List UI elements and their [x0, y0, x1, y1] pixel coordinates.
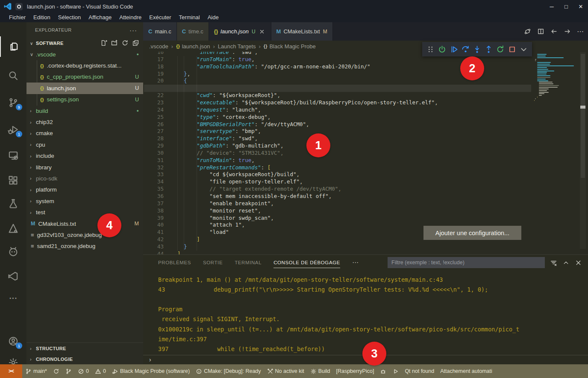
activity-source-control[interactable]: 9: [0, 92, 26, 113]
debug-step-over-button[interactable]: [460, 43, 471, 55]
tree-item-pico-sdk[interactable]: ›pico-sdk: [26, 173, 143, 184]
section-structure[interactable]: › STRUCTURE: [26, 343, 143, 354]
tree-item-library[interactable]: ›library: [26, 162, 143, 173]
tab-launch.json[interactable]: {}launch.jsonU: [209, 22, 271, 41]
breadcrumb-item-BlackMagicProbe[interactable]: {}Black Magic Probe: [264, 43, 316, 50]
menu-item-exécuter[interactable]: Exécuter: [145, 13, 175, 22]
minimize-button[interactable]: ─: [544, 0, 559, 13]
close-button[interactable]: ✕: [573, 0, 588, 13]
activity-more[interactable]: ···: [0, 288, 26, 309]
menu-item-sélection[interactable]: Sélection: [54, 13, 85, 22]
panel-tab-sortie[interactable]: SORTIE: [203, 255, 223, 270]
activity-cmake[interactable]: [0, 218, 26, 239]
scrollbar-thumb[interactable]: [581, 54, 585, 178]
debug-console-filter-input[interactable]: [388, 257, 545, 268]
tab-main.c[interactable]: Cmain.c: [143, 22, 177, 41]
debug-stop-button[interactable]: [506, 43, 518, 55]
minimap[interactable]: [532, 52, 579, 249]
activity-search[interactable]: [0, 65, 26, 86]
remote-indicator[interactable]: ><: [0, 364, 22, 378]
activity-testing[interactable]: [0, 193, 26, 214]
activity-run-and-debug[interactable]: 1: [0, 119, 26, 140]
panel-tab-console-de-d-bogage[interactable]: CONSOLE DE DÉBOGAGE: [273, 255, 340, 270]
tab-close-icon[interactable]: [259, 28, 266, 35]
status-qt-not-found[interactable]: Qt not found: [402, 364, 437, 378]
activity-remote-explorer[interactable]: [0, 145, 26, 165]
add-configuration-button[interactable]: Ajouter une configuration...: [423, 226, 521, 240]
activity-visual-studio[interactable]: [0, 266, 26, 286]
tree-item-settings.json[interactable]: {}settings.jsonU: [26, 94, 143, 105]
menu-item-affichage[interactable]: Affichage: [85, 13, 115, 22]
tree-item-.cortex-debug.registers.stat...[interactable]: {}.cortex-debug.registers.stat...: [26, 60, 143, 71]
maximize-button[interactable]: □: [559, 0, 573, 13]
status-no-active-kit[interactable]: No active kit: [264, 364, 307, 378]
new-folder-button[interactable]: [111, 39, 118, 47]
open-changes-button[interactable]: [524, 28, 531, 35]
menu-item-aide[interactable]: Aide: [204, 13, 223, 22]
tree-item-samd21ozone.jdebug[interactable]: ≡samd21_ozone.jdebug: [26, 241, 143, 252]
menu-item-atteindre[interactable]: Atteindre: [115, 13, 145, 22]
status-play[interactable]: [389, 364, 402, 378]
tree-item-cmake[interactable]: ›cmake: [26, 128, 143, 139]
workspace-section-header[interactable]: ∨ SOFTWARE: [26, 38, 143, 49]
status-build[interactable]: Build: [307, 364, 333, 378]
refresh-button[interactable]: [121, 39, 129, 47]
close-panel-button[interactable]: [575, 259, 582, 266]
tree-item-system[interactable]: ›system: [26, 195, 143, 207]
tree-item-CMakeLists.txt[interactable]: MCMakeLists.txtM: [26, 218, 143, 229]
debug-restart-button[interactable]: [494, 43, 506, 55]
status-branch[interactable]: [62, 364, 75, 378]
menu-item-edition[interactable]: Edition: [29, 13, 54, 22]
clear-console-button[interactable]: [550, 259, 557, 266]
section-chronologie[interactable]: › CHRONOLOGIE: [26, 354, 143, 364]
tab-CMakeLists.txt[interactable]: MCMakeLists.txtM: [271, 22, 333, 41]
tree-item-test[interactable]: ›test: [26, 207, 143, 218]
tree-item-build[interactable]: ›build●: [26, 105, 143, 116]
breadcrumb-item-.vscode[interactable]: .vscode: [149, 43, 168, 50]
status-0[interactable]: 0: [75, 364, 92, 378]
tab-time.c[interactable]: Ctime.c: [177, 22, 209, 41]
panel-more-icon[interactable]: ⋯: [352, 259, 359, 266]
activity-explorer[interactable]: [0, 36, 26, 57]
navigate-forward-button[interactable]: [564, 28, 571, 35]
collapse-all-button[interactable]: [132, 39, 140, 47]
status-attachement-automati[interactable]: Attachement automati: [437, 364, 495, 378]
tree-item-platform[interactable]: ›platform: [26, 184, 143, 195]
breadcrumb-item-LaunchTargets[interactable]: Launch Targets: [218, 43, 256, 50]
activity-account[interactable]: 1: [0, 331, 26, 351]
status-black-magic-probe-software[interactable]: Black Magic Probe (software): [109, 364, 193, 378]
editor-scrollbar[interactable]: [580, 52, 586, 249]
tree-item-gd32vf103ozone.jdebug[interactable]: ≡gd32vf103_ozone.jdebug: [26, 229, 143, 240]
tree-item-ccppproperties.json[interactable]: {}c_cpp_properties.jsonU: [26, 71, 143, 83]
tree-item-include[interactable]: ›include: [26, 151, 143, 162]
status-0[interactable]: 0: [92, 364, 109, 378]
debug-power-button[interactable]: [436, 43, 448, 55]
navigate-back-button[interactable]: [550, 28, 558, 35]
new-file-button[interactable]: [100, 39, 108, 47]
panel-tab-probl-mes[interactable]: PROBLÈMES: [158, 255, 191, 270]
maximize-panel-button[interactable]: [562, 259, 570, 266]
status-sync[interactable]: [50, 364, 62, 378]
status-raspberrypico[interactable]: [RaspberryPico]: [333, 364, 377, 378]
debug-continue-button[interactable]: [448, 43, 459, 55]
debug-step-into-button[interactable]: [471, 43, 483, 55]
more-actions-button[interactable]: ⋯: [577, 27, 584, 35]
debug-gripper-button[interactable]: [425, 43, 436, 55]
split-editor-button[interactable]: [537, 28, 544, 35]
tree-item-.vscode[interactable]: ∨.vscode●: [26, 49, 143, 60]
activity-platformio[interactable]: [0, 241, 26, 262]
panel-tab-terminal[interactable]: TERMINAL: [235, 255, 262, 270]
breadcrumb-item-launch.json[interactable]: {}launch.json: [176, 43, 210, 50]
tree-item-launch.json[interactable]: {}launch.jsonU: [26, 83, 143, 94]
menu-item-fichier[interactable]: Fichier: [5, 13, 29, 22]
tree-item-cpu[interactable]: ›cpu: [26, 139, 143, 150]
tree-item-chip32[interactable]: ›chip32: [26, 116, 143, 127]
debug-chevron-down-button[interactable]: [518, 43, 529, 55]
menu-item-terminal[interactable]: Terminal: [175, 13, 204, 22]
activity-extensions[interactable]: [0, 170, 26, 191]
explorer-more-icon[interactable]: ···: [129, 27, 137, 34]
status-main[interactable]: main*: [22, 364, 50, 378]
status-bug[interactable]: [377, 364, 389, 378]
debug-step-out-button[interactable]: [483, 43, 494, 55]
status-cmake-debug-ready[interactable]: CMake: [Debug]: Ready: [193, 364, 264, 378]
